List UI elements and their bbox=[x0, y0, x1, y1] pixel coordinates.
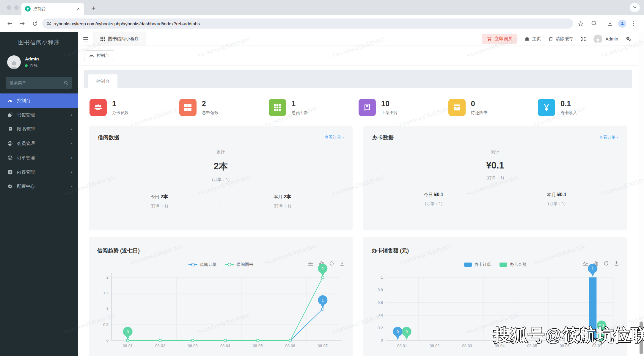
view-orders-link[interactable]: 查看订单 › bbox=[324, 135, 344, 140]
sidebar-item-gear[interactable]: 配置中心‹ bbox=[0, 179, 78, 193]
sidebar-item-label: 控制台 bbox=[17, 98, 73, 104]
svg-text:0.4: 0.4 bbox=[378, 313, 383, 317]
charts-row: 借阅趋势 (近七日)借阅订单借阅图书00.511.5208-0108-0208-… bbox=[89, 237, 627, 356]
svg-text:08-04: 08-04 bbox=[220, 343, 230, 348]
back-icon[interactable] bbox=[5, 18, 15, 29]
book-icon bbox=[7, 127, 13, 132]
downloads-icon[interactable] bbox=[605, 18, 615, 29]
markpoint-pin: 0 bbox=[402, 327, 411, 340]
stat-value: 2 bbox=[202, 99, 219, 108]
app-title-block[interactable]: 图书借阅小程序 bbox=[93, 32, 146, 46]
extensions-icon[interactable] bbox=[589, 18, 599, 29]
sidebar-item-gauge[interactable]: 控制台 bbox=[0, 93, 78, 108]
home-icon bbox=[524, 37, 530, 41]
stat-tile: 2总书馆数 bbox=[179, 99, 268, 116]
home-button[interactable]: 主页 bbox=[524, 36, 541, 42]
th-icon bbox=[269, 99, 286, 116]
today-column: 今日 2本(订单：1) bbox=[98, 194, 221, 209]
panel-tabs: 控制台 bbox=[84, 70, 632, 88]
new-tab-button[interactable]: + bbox=[89, 4, 98, 13]
total-sub: (订单：1) bbox=[98, 177, 344, 182]
sidebar-item-pensquare[interactable]: 内容管理‹ bbox=[0, 165, 78, 179]
svg-text:0.6: 0.6 bbox=[378, 300, 383, 305]
sidebar-toggle-icon[interactable] bbox=[78, 37, 93, 41]
screenshot-stage: 控制台 × + xybooks.xykeep.com/xybooks.php/x… bbox=[0, 0, 644, 356]
menu-search bbox=[6, 77, 72, 89]
view-orders-link[interactable]: 查看订单 › bbox=[599, 135, 618, 140]
search-icon[interactable] bbox=[64, 81, 68, 85]
chart-card: 借阅趋势 (近七日)借阅订单借阅图书00.511.5208-0108-0208-… bbox=[89, 237, 353, 356]
stat-value: 1 bbox=[291, 99, 308, 108]
line-chart: 00.511.5208-0108-0208-0308-0408-0508-060… bbox=[97, 266, 345, 356]
forward-icon[interactable] bbox=[17, 18, 27, 29]
data-card-title: 借阅数据 bbox=[98, 134, 119, 141]
svg-text:0: 0 bbox=[127, 330, 129, 334]
divider bbox=[602, 21, 602, 26]
dashboard-panel: 控制台 1办卡员数2总书馆数1总员工数10上架图片0待还图书0.1办卡收入 借阅… bbox=[84, 70, 632, 356]
chrome-actions: ⋮ bbox=[576, 18, 639, 29]
stat-label: 办卡收入 bbox=[560, 110, 577, 115]
month-sub: (订单：1) bbox=[495, 201, 618, 207]
browser-menu-icon[interactable]: ⋮ bbox=[629, 20, 638, 27]
dashboard-tab-button[interactable]: 控制台 bbox=[84, 50, 114, 61]
book2-icon bbox=[359, 99, 376, 116]
stat-text: 10上架图片 bbox=[381, 99, 398, 115]
url-text[interactable]: xybooks.xykeep.com/xybooks.php/xybooks/d… bbox=[54, 21, 200, 26]
svg-text:08-06: 08-06 bbox=[285, 343, 295, 348]
users-icon bbox=[89, 99, 107, 116]
reload-icon[interactable] bbox=[30, 18, 40, 29]
stat-tile: 1办卡员数 bbox=[89, 99, 179, 116]
sidebar: 图书借阅小程序 Admin 在线 控制台书馆管理‹图书管理‹会员管理‹订单管理‹… bbox=[0, 32, 78, 356]
tab-search-button[interactable] bbox=[630, 3, 640, 12]
user-icon bbox=[7, 141, 13, 146]
markpoint-pin: 1 bbox=[318, 295, 327, 308]
chevron-left-icon: ‹ bbox=[71, 183, 73, 189]
stat-label: 办卡员数 bbox=[112, 110, 129, 115]
browser-tab[interactable]: 控制台 × bbox=[21, 3, 84, 15]
site-info-icon[interactable] bbox=[46, 21, 51, 26]
total-value: 2本 bbox=[98, 160, 344, 173]
stat-text: 1办卡员数 bbox=[112, 99, 129, 115]
chevron-left-icon: ‹ bbox=[71, 155, 73, 161]
clear-cache-button[interactable]: 清除缓存 bbox=[549, 36, 573, 42]
sidebar-item-book[interactable]: 图书管理‹ bbox=[0, 122, 78, 136]
data-card-title: 办卡数据 bbox=[372, 134, 394, 141]
total-value: ¥0.1 bbox=[372, 160, 618, 171]
month-value: 本月 2本 bbox=[221, 194, 344, 200]
svg-text:08-07: 08-07 bbox=[592, 343, 602, 348]
admin-avatar bbox=[593, 35, 602, 43]
cogs-icon bbox=[626, 36, 632, 41]
sidebar-menu: 控制台书馆管理‹图书管理‹会员管理‹订单管理‹内容管理‹配置中心‹ bbox=[0, 93, 78, 193]
sidebar-item-clone[interactable]: 书馆管理‹ bbox=[0, 108, 78, 122]
today-value: 今日 ¥0.1 bbox=[372, 192, 495, 198]
sidebar-item-user[interactable]: 会员管理‹ bbox=[0, 136, 78, 151]
total-sub: (订单：1) bbox=[372, 175, 618, 181]
bookmark-star-icon[interactable] bbox=[576, 18, 586, 29]
user-panel: Admin 在线 bbox=[0, 49, 78, 74]
fullscreen-button[interactable] bbox=[581, 37, 586, 41]
tab-close-icon[interactable]: × bbox=[76, 6, 80, 12]
scrollbar-thumb[interactable] bbox=[640, 321, 643, 354]
page-scrollbar[interactable] bbox=[638, 32, 644, 356]
buy-now-button[interactable]: 立即购买 bbox=[482, 34, 517, 44]
month-value: 本月 ¥0.1 bbox=[495, 192, 618, 198]
stat-tile: 1总员工数 bbox=[268, 99, 358, 116]
sidebar-item-orb[interactable]: 订单管理‹ bbox=[0, 151, 78, 165]
settings-button[interactable] bbox=[626, 36, 632, 41]
stat-value: 10 bbox=[381, 99, 398, 108]
menu-search-input[interactable] bbox=[10, 80, 64, 85]
gauge-icon bbox=[7, 99, 13, 103]
profile-icon[interactable] bbox=[618, 20, 626, 28]
svg-text:0.5: 0.5 bbox=[103, 322, 109, 327]
stat-tile: 0待还图书 bbox=[448, 99, 538, 116]
markpoint-pin: 2 bbox=[318, 264, 327, 277]
trash-icon bbox=[549, 37, 553, 41]
svg-text:08-02: 08-02 bbox=[430, 343, 439, 348]
url-bar[interactable]: xybooks.xykeep.com/xybooks.php/xybooks/d… bbox=[42, 18, 573, 29]
svg-text:0: 0 bbox=[381, 338, 383, 343]
panel-tab-dashboard[interactable]: 控制台 bbox=[88, 74, 117, 88]
data-cards-row: 借阅数据查看订单 ›累计2本(订单：1)今日 2本(订单：1)本月 2本(订单：… bbox=[89, 126, 627, 230]
user-avatar[interactable] bbox=[7, 55, 21, 69]
svg-text:08-04: 08-04 bbox=[495, 343, 505, 348]
admin-menu[interactable]: Admin bbox=[593, 35, 618, 43]
